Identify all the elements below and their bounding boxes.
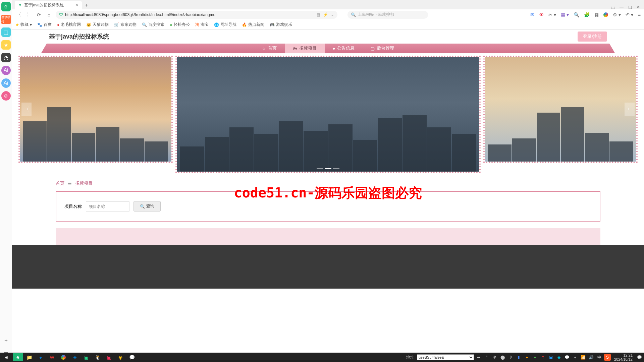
tray-mic-icon[interactable]: 🎙 bbox=[507, 354, 514, 361]
reload-button[interactable]: ⟳ bbox=[36, 11, 42, 18]
carousel-slide-right[interactable]: 〉 bbox=[483, 56, 638, 163]
flash-icon[interactable]: ⚡ bbox=[323, 12, 328, 17]
bookmark-tmall[interactable]: 🐱天猫购物 bbox=[86, 22, 109, 27]
zoom-icon[interactable]: 🔍 bbox=[574, 12, 579, 17]
task-chrome-icon[interactable] bbox=[58, 353, 68, 361]
task-edge-icon[interactable]: ● bbox=[36, 353, 46, 361]
tray-sogou-icon[interactable]: S bbox=[604, 354, 611, 361]
baidu2-icon: 🔍 bbox=[142, 22, 147, 27]
addr-select[interactable]: useSSL=false& bbox=[417, 354, 474, 360]
carousel-dot[interactable] bbox=[325, 168, 331, 169]
tray-icon9[interactable]: ● bbox=[572, 354, 579, 361]
bookmark-taobao[interactable]: 淘淘宝 bbox=[195, 22, 209, 27]
task-explorer-icon[interactable]: 📁 bbox=[24, 353, 34, 361]
task-app-icon[interactable]: ◉ bbox=[115, 353, 125, 361]
tray-icon6[interactable]: Y bbox=[540, 354, 546, 361]
game-icon: 🎮 bbox=[270, 22, 275, 27]
shield-icon: 🛡 bbox=[59, 12, 63, 17]
weibo-icon[interactable]: 👁 bbox=[539, 12, 544, 17]
bookmark-favorites[interactable]: ★收藏 ▾ bbox=[15, 22, 32, 27]
sidebar-e-icon[interactable]: e bbox=[1, 2, 11, 11]
tray-wechat-icon[interactable]: 💬 bbox=[564, 354, 571, 361]
bookmark-nav[interactable]: 🌐网址导航 bbox=[214, 22, 236, 27]
sidebar-ai2-icon[interactable]: Ai bbox=[1, 78, 11, 88]
tray-wifi-icon[interactable]: 📶 bbox=[580, 354, 587, 361]
nav-home[interactable]: ☆首页 bbox=[254, 44, 285, 53]
bookmark-laomaotao[interactable]: ●老毛桃官网 bbox=[57, 22, 81, 27]
tray-notifications-icon[interactable]: 💬 bbox=[636, 354, 643, 361]
start-button[interactable]: ⊞ bbox=[1, 353, 11, 361]
bookmark-jd[interactable]: 🛒京东购物 bbox=[114, 22, 137, 27]
menu-icon[interactable]: ≡ bbox=[638, 12, 641, 17]
tray-goto-icon[interactable]: ➜ bbox=[475, 354, 482, 361]
tray-icon7[interactable]: ▣ bbox=[548, 354, 554, 361]
carousel-dot[interactable] bbox=[317, 168, 323, 169]
maximize-button[interactable]: ▢ bbox=[628, 5, 632, 9]
forward-button[interactable]: 〉 bbox=[25, 11, 32, 18]
task-pycharm-icon[interactable]: ▣ bbox=[81, 353, 91, 361]
download-icon[interactable]: ⬚ bbox=[611, 5, 615, 9]
carousel-slide-left[interactable]: 〈 bbox=[18, 56, 173, 163]
task-qq-icon[interactable]: 🐧 bbox=[93, 353, 103, 361]
tray-icon4[interactable]: ● bbox=[524, 354, 530, 361]
close-icon[interactable]: ✕ bbox=[75, 3, 78, 7]
profile-icon[interactable] bbox=[603, 12, 608, 17]
task-vscode-icon[interactable]: ◈ bbox=[70, 353, 80, 361]
tray-ime-icon[interactable]: 中 bbox=[596, 354, 603, 361]
task-browser-icon[interactable]: e bbox=[13, 353, 23, 361]
home-button[interactable]: ⌂ bbox=[46, 11, 52, 18]
url-input[interactable]: 🛡 http://localhost:8080/springboot603gk/… bbox=[56, 11, 337, 19]
sidebar-add-icon[interactable]: ＋ bbox=[3, 337, 9, 344]
carousel-slide-main[interactable] bbox=[175, 56, 481, 173]
login-register-button[interactable]: 登录/注册 bbox=[578, 32, 607, 42]
carousel-dot[interactable] bbox=[333, 168, 339, 169]
sidebar-app1-icon[interactable]: ◫ bbox=[1, 27, 11, 37]
tray-expand-icon[interactable]: ^ bbox=[483, 354, 490, 361]
browser-search-input[interactable]: 🔍 上班积极下班就抑郁 bbox=[347, 11, 428, 19]
settings-icon[interactable]: ⚙ ▾ bbox=[613, 12, 621, 17]
carousel-next[interactable]: 〉 bbox=[625, 103, 635, 116]
sidebar-ai1-icon[interactable]: Ai bbox=[1, 66, 11, 75]
sidebar-badge-icon[interactable]: 登录秒传 bbox=[1, 15, 11, 24]
minimize-button[interactable]: — bbox=[620, 5, 624, 9]
scissors-icon[interactable]: ✂ ▾ bbox=[548, 12, 556, 17]
bookmark-qingsong[interactable]: ●轻松办公 bbox=[170, 22, 190, 27]
browser-tab[interactable]: ▼ 基于java的招投标系统 ✕ bbox=[15, 1, 82, 9]
sidebar-face-icon[interactable]: ☺ bbox=[1, 91, 11, 101]
tray-volume-icon[interactable]: 🔊 bbox=[588, 354, 595, 361]
sidebar-star-icon[interactable]: ★ bbox=[1, 40, 11, 50]
url-text: http://localhost:8080/springboot603gk/fr… bbox=[65, 12, 215, 17]
tray-icon8[interactable]: ◆ bbox=[556, 354, 562, 361]
tray-icon1[interactable]: ❋ bbox=[491, 354, 498, 361]
back-button[interactable]: 〈 bbox=[15, 11, 22, 18]
search-button[interactable]: 🔍查询 bbox=[133, 201, 161, 212]
tray-icon3[interactable]: ▮ bbox=[516, 354, 522, 361]
project-name-input[interactable] bbox=[86, 201, 129, 212]
bookmark-game[interactable]: 🎮游戏娱乐 bbox=[270, 22, 292, 27]
task-wps-icon[interactable]: W bbox=[47, 353, 57, 361]
translate-icon[interactable]: ▦ bbox=[317, 12, 320, 17]
extensions-icon[interactable]: 🧩 bbox=[584, 12, 590, 17]
sidebar-chat-icon[interactable]: ◔ bbox=[1, 53, 11, 62]
undo-icon[interactable]: ↶ ▾ bbox=[626, 12, 633, 17]
bookmark-baidusearch[interactable]: 🔍百度搜索 bbox=[142, 22, 164, 27]
taskbar-clock[interactable]: 12:21 2024/10/12 bbox=[612, 353, 635, 361]
mail-icon[interactable]: ✉ bbox=[530, 12, 534, 17]
close-window-button[interactable]: ✕ bbox=[637, 5, 640, 9]
tray-icon5[interactable]: ● bbox=[532, 354, 538, 361]
bookmark-news[interactable]: 🔥热点新闻 bbox=[242, 22, 264, 27]
new-tab-button[interactable]: ＋ bbox=[82, 1, 91, 9]
dropdown-icon[interactable]: ⌄ bbox=[331, 12, 334, 17]
bookmark-baidu[interactable]: 🐾百度 bbox=[37, 22, 52, 27]
grid-icon[interactable]: ▦ ▾ bbox=[561, 12, 569, 17]
breadcrumb-home[interactable]: 首页 bbox=[56, 180, 64, 186]
task-idea-icon[interactable]: ▣ bbox=[104, 353, 114, 361]
carousel-prev[interactable]: 〈 bbox=[21, 103, 32, 116]
nav-bid[interactable]: 🗁招标项目 bbox=[285, 44, 325, 53]
apps-icon[interactable]: ▦ bbox=[594, 12, 599, 17]
addr-label: 地址 bbox=[406, 355, 414, 360]
nav-admin[interactable]: ▢后台管理 bbox=[363, 44, 402, 53]
nav-notice[interactable]: ●公告信息 bbox=[325, 44, 363, 53]
task-wechat-icon[interactable]: 💬 bbox=[127, 353, 137, 361]
tray-icon2[interactable]: ⬤ bbox=[499, 354, 506, 361]
